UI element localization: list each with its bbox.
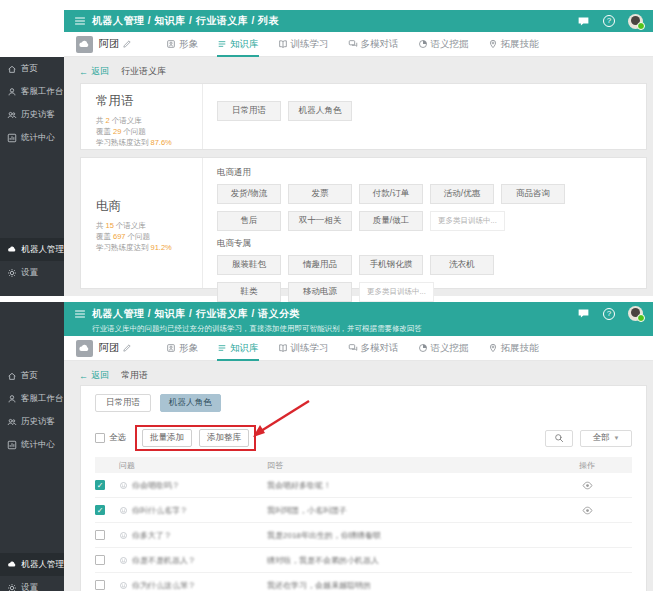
tab-multimodal-dialog[interactable]: 多模对话: [348, 32, 399, 57]
row-checkbox[interactable]: ✓: [95, 480, 105, 490]
semantic-chip[interactable]: 手机钢化膜: [359, 255, 423, 275]
breadcrumb: ←返回 常用语: [64, 361, 653, 382]
p2-topbar: 机器人管理 / 知识库 / 行业语义库 / 语义分类 ? 行业语义库中的问题均已…: [64, 302, 653, 336]
batch-add-button[interactable]: 批量添加: [142, 429, 192, 447]
semantic-chip[interactable]: 鞋类: [217, 282, 281, 302]
hamburger-menu-icon[interactable]: [74, 15, 86, 27]
sidebar-item-label: 机器人管理: [22, 244, 65, 256]
help-icon[interactable]: ?: [603, 15, 615, 27]
dialog-icon: [348, 39, 358, 49]
agent-icon: [7, 87, 17, 97]
pin-icon: [488, 343, 498, 353]
semantic-chip[interactable]: 情趣用品: [288, 255, 352, 275]
list-icon: [217, 39, 227, 49]
back-button[interactable]: ←返回: [79, 65, 109, 78]
robot-icon: [7, 559, 18, 570]
tab-semantic-mining[interactable]: 语义挖掘: [418, 32, 469, 57]
semantic-chip[interactable]: 服装鞋包: [217, 255, 281, 275]
home-icon: [7, 64, 17, 74]
back-button[interactable]: ←返回: [79, 369, 109, 382]
sidebar-item-label: 设置: [21, 582, 38, 591]
sidebar-item-stats[interactable]: 统计中心: [0, 126, 64, 149]
tab-figure[interactable]: 形象: [166, 336, 198, 361]
robot-face-icon: [119, 506, 128, 515]
user-avatar[interactable]: [628, 14, 643, 29]
sidebar-item-home[interactable]: 首页: [0, 364, 64, 387]
chart-icon: [7, 133, 17, 143]
semantic-card-common: 常用语 共2个语义库 覆盖29个问题 学习熟练度达到87.6% 日常用语 机器人…: [80, 83, 647, 150]
sidebar-item-visitors[interactable]: 历史访客: [0, 410, 64, 433]
category-tab-robot-role[interactable]: 机器人角色: [160, 394, 221, 412]
tab-training[interactable]: 训练学习: [278, 32, 329, 57]
p1-tab-bar: 形象 知识库 训练学习 多模对话 语义挖掘 拓展技能: [166, 32, 539, 57]
tab-multimodal-dialog[interactable]: 多模对话: [348, 336, 399, 361]
search-button[interactable]: [545, 430, 573, 447]
semantic-chip[interactable]: 售后: [217, 211, 281, 231]
stat-line: 覆盖29个问题: [96, 126, 202, 137]
sidebar-item-label: 历史访客: [21, 416, 55, 428]
tab-knowledge-base[interactable]: 知识库: [217, 32, 259, 57]
row-checkbox[interactable]: [95, 580, 105, 590]
help-icon[interactable]: ?: [603, 308, 615, 320]
view-eye-icon[interactable]: [582, 480, 593, 491]
feedback-chat-icon[interactable]: [577, 307, 590, 320]
semantic-chip[interactable]: 机器人角色: [288, 101, 352, 121]
semantic-chip[interactable]: 商品咨询: [501, 184, 565, 204]
tab-extended-skills[interactable]: 拓展技能: [488, 32, 539, 57]
p2-sidebar: 首页 客服工作台 历史访客 统计中心 机器人管理 设置: [0, 302, 64, 591]
robot-avatar[interactable]: [76, 36, 93, 53]
question-text: 你是不是机器人？: [132, 555, 196, 566]
stat-line: 共15个语义库: [96, 220, 202, 231]
stat-value: 2: [106, 116, 110, 125]
category-tab-daily[interactable]: 日常用语: [95, 394, 151, 412]
stat-value: 91.2%: [151, 243, 172, 252]
sidebar-item-workbench[interactable]: 客服工作台: [0, 387, 64, 410]
row-checkbox[interactable]: ✓: [95, 505, 105, 515]
sidebar-item-label: 统计中心: [21, 439, 55, 451]
view-eye-icon[interactable]: [582, 505, 593, 516]
select-all-label: 全选: [109, 432, 126, 444]
sidebar-item-visitors[interactable]: 历史访客: [0, 103, 64, 126]
semantic-chip[interactable]: 双十一相关: [288, 211, 352, 231]
semantic-chip[interactable]: 付款/订单: [359, 184, 423, 204]
tab-knowledge-base[interactable]: 知识库: [217, 336, 259, 361]
filter-dropdown[interactable]: 全部▼: [580, 430, 632, 447]
back-label: 返回: [91, 65, 109, 78]
pin-icon: [488, 39, 498, 49]
semantic-chip[interactable]: 发货/物流: [217, 184, 281, 204]
tab-semantic-mining[interactable]: 语义挖掘: [418, 336, 469, 361]
robot-avatar[interactable]: [76, 340, 93, 357]
tab-figure[interactable]: 形象: [166, 32, 198, 57]
p1-topbar: 机器人管理 / 知识库 / 行业语义库 / 列表 ?: [64, 10, 653, 32]
tab-training[interactable]: 训练学习: [278, 336, 329, 361]
semantic-chip[interactable]: 活动/优惠: [430, 184, 494, 204]
sidebar-item-label: 机器人管理: [22, 559, 65, 571]
edit-name-icon[interactable]: [122, 39, 132, 49]
add-whole-library-button[interactable]: 添加整库: [199, 429, 249, 447]
sidebar-item-stats[interactable]: 统计中心: [0, 433, 64, 456]
sidebar-item-home[interactable]: 首页: [0, 57, 64, 80]
semantic-chip[interactable]: 洗衣机: [430, 255, 494, 275]
select-all-checkbox[interactable]: [95, 433, 105, 443]
row-checkbox[interactable]: [95, 530, 105, 540]
semantic-chip[interactable]: 移动电源: [288, 282, 352, 302]
semantic-chip[interactable]: 日常用语: [217, 101, 281, 121]
sidebar-item-robot-management[interactable]: 机器人管理: [0, 238, 64, 261]
book-icon: [278, 39, 288, 49]
tab-extended-skills[interactable]: 拓展技能: [488, 336, 539, 361]
sidebar-item-robot-management[interactable]: 机器人管理: [0, 553, 64, 576]
semantic-chip[interactable]: 质量/做工: [359, 211, 423, 231]
hamburger-menu-icon[interactable]: [74, 308, 86, 320]
table-toolbar: 全选 批量添加 添加整库 全部▼: [95, 425, 632, 451]
tab-label: 训练学习: [291, 342, 329, 355]
edit-name-icon[interactable]: [122, 343, 132, 353]
semantic-chip[interactable]: 发票: [288, 184, 352, 204]
row-checkbox[interactable]: [95, 555, 105, 565]
tab-label: 知识库: [230, 38, 259, 51]
sidebar-item-settings[interactable]: 设置: [0, 261, 64, 284]
robot-cloud-icon: [78, 38, 91, 51]
feedback-chat-icon[interactable]: [577, 15, 590, 28]
sidebar-item-settings[interactable]: 设置: [0, 576, 64, 591]
sidebar-item-workbench[interactable]: 客服工作台: [0, 80, 64, 103]
user-avatar[interactable]: [628, 306, 643, 321]
